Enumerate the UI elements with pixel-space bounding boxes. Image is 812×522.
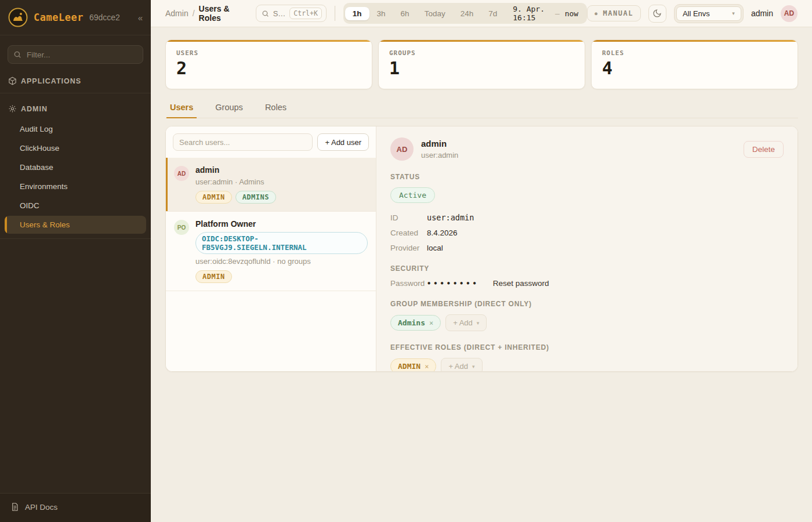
time-chip-7d[interactable]: 7d <box>481 7 505 20</box>
effective-roles-heading: EFFECTIVE ROLES (DIRECT + INHERITED) <box>390 343 784 351</box>
brand-build: 69dcce2 <box>89 13 120 22</box>
delete-user-button[interactable]: Delete <box>744 141 784 158</box>
search-users-input[interactable] <box>173 133 313 151</box>
sidebar-brand: CameLeer 69dcce2 « <box>0 0 151 35</box>
sidebar-filter-input[interactable] <box>8 45 143 64</box>
sidebar-item-oidc[interactable]: OIDC <box>5 197 146 215</box>
add-role-button[interactable]: + Add ▾ <box>441 358 482 372</box>
time-chip-24h[interactable]: 24h <box>453 7 481 20</box>
field-value-created: 8.4.2026 <box>427 229 458 237</box>
tab-groups[interactable]: Groups <box>212 103 246 118</box>
search-icon <box>262 10 269 17</box>
env-select[interactable]: All Envs ▾ <box>674 4 744 23</box>
breadcrumb-separator: / <box>193 9 195 18</box>
time-chip-1h[interactable]: 1h <box>345 7 369 20</box>
time-range-group: 1h 3h 6h Today 24h 7d 9. Apr. 16:15 — no… <box>343 3 587 24</box>
shortcut-kbd: Ctrl+K <box>289 8 322 19</box>
time-chip-today[interactable]: Today <box>417 7 453 20</box>
field-label: Provider <box>390 244 427 252</box>
avatar: AD <box>390 137 414 161</box>
stats-row: USERS 2 GROUPS 1 ROLES 4 <box>165 39 798 89</box>
time-chip-3h[interactable]: 3h <box>369 7 393 20</box>
sidebar-item-clickhouse[interactable]: ClickHouse <box>5 139 146 157</box>
time-to[interactable]: now <box>565 9 578 18</box>
sidebar-item-audit-log[interactable]: Audit Log <box>5 120 146 138</box>
api-docs-link[interactable]: API Docs <box>0 493 151 522</box>
app-root: CameLeer 69dcce2 « APPLICATIONS ADMIN Au… <box>0 0 812 522</box>
detail-user-id: user:admin <box>421 151 458 160</box>
env-select-value: All Envs <box>683 9 710 18</box>
search-icon <box>13 50 21 59</box>
chevron-down-icon: ▾ <box>477 320 480 326</box>
reset-password-link[interactable]: Reset password <box>493 279 549 288</box>
tab-roles[interactable]: Roles <box>262 103 290 118</box>
user-detail-column: AD admin user:admin Delete STATUS Active… <box>376 126 798 371</box>
time-range-display: 9. Apr. 16:15 — now <box>513 5 578 22</box>
user-row-body: admin user:admin · Admins ADMIN ADMINS <box>195 165 276 204</box>
section-label: APPLICATIONS <box>21 77 81 85</box>
security-section-heading: SECURITY <box>390 264 784 273</box>
search-placeholder-text: S… <box>273 9 286 18</box>
user-badges: ADMIN ADMINS <box>195 191 276 204</box>
sidebar-collapse-icon[interactable]: « <box>138 13 143 22</box>
header-divider <box>335 6 335 21</box>
field-row-created: Created 8.4.2026 <box>390 229 784 237</box>
field-row-id: ID user:admin <box>390 213 784 222</box>
password-masked-value: •••••••• <box>427 280 479 288</box>
role-chips-row: ADMIN × + Add ▾ <box>390 358 784 372</box>
tab-users[interactable]: Users <box>166 103 197 118</box>
time-chip-6h[interactable]: 6h <box>393 7 417 20</box>
time-from[interactable]: 9. Apr. 16:15 <box>513 5 550 22</box>
sidebar-nav: Audit Log ClickHouse Database Environmen… <box>0 119 151 235</box>
group-chips-row: Admins × + Add ▾ <box>390 314 784 331</box>
breadcrumb: Admin / Users & Roles <box>165 4 246 23</box>
add-user-button[interactable]: + Add user <box>317 133 369 151</box>
top-header: Admin / Users & Roles S… Ctrl+K 1h 3h 6h… <box>151 0 812 27</box>
user-list-column: + Add user AD admin user:admin · Admins … <box>166 126 376 371</box>
stat-value: 4 <box>602 60 787 77</box>
sidebar: CameLeer 69dcce2 « APPLICATIONS ADMIN Au… <box>0 0 151 522</box>
field-row-provider: Provider local <box>390 244 784 252</box>
user-avatar[interactable]: AD <box>781 5 798 22</box>
field-label: Created <box>390 229 427 237</box>
tab-bar: Users Groups Roles <box>165 103 798 118</box>
moon-icon <box>652 9 662 18</box>
camel-logo-icon <box>8 8 28 27</box>
sidebar-item-environments[interactable]: Environments <box>5 177 146 195</box>
stat-label: GROUPS <box>389 49 574 57</box>
time-separator: — <box>555 9 560 18</box>
user-list-item-platform-owner[interactable]: PO Platform Owner OIDC:DESKTOP-FB5VGJ9.S… <box>166 212 376 291</box>
stat-value: 1 <box>389 60 574 77</box>
theme-toggle-button[interactable] <box>648 5 666 23</box>
user-list-item-admin[interactable]: AD admin user:admin · Admins ADMIN ADMIN… <box>166 158 376 212</box>
user-list-toolbar: + Add user <box>166 126 376 158</box>
add-group-button[interactable]: + Add ▾ <box>445 314 487 331</box>
field-value-provider: local <box>427 244 443 252</box>
stat-label: ROLES <box>602 49 787 57</box>
role-badge-admin: ADMIN <box>195 270 232 283</box>
group-badge-admins: ADMINS <box>235 191 276 204</box>
close-icon[interactable]: × <box>425 362 429 371</box>
detail-header: AD admin user:admin <box>390 137 784 161</box>
avatar: AD <box>174 166 189 181</box>
sidebar-item-database[interactable]: Database <box>5 158 146 176</box>
status-badge: Active <box>390 187 435 203</box>
box-icon <box>8 77 17 85</box>
stat-value: 2 <box>176 60 361 77</box>
brand-name: CameLeer <box>34 12 84 23</box>
gear-icon <box>8 104 17 113</box>
api-docs-label: API Docs <box>25 503 57 512</box>
stat-card-users: USERS 2 <box>165 39 372 89</box>
sidebar-item-users-roles[interactable]: Users & Roles <box>5 216 146 234</box>
refresh-mode-badge[interactable]: ● MANUAL <box>587 5 641 21</box>
global-search-button[interactable]: S… Ctrl+K <box>256 5 327 22</box>
main-area: Admin / Users & Roles S… Ctrl+K 1h 3h 6h… <box>151 0 812 522</box>
close-icon[interactable]: × <box>429 319 433 327</box>
add-label: + Add <box>448 362 468 371</box>
status-dot-icon: ● <box>594 11 598 16</box>
header-username: admin <box>751 9 773 18</box>
breadcrumb-admin[interactable]: Admin <box>165 9 188 18</box>
section-label: ADMIN <box>21 105 48 113</box>
users-panel: + Add user AD admin user:admin · Admins … <box>165 126 798 372</box>
user-badges: ADMIN <box>195 270 368 283</box>
